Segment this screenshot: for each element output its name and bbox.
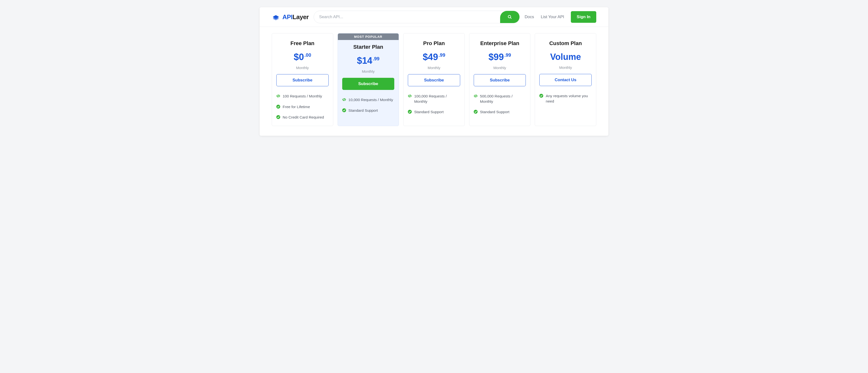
plan-cta-button[interactable]: Subscribe — [342, 78, 395, 90]
feature-item: Any requests volume you need — [539, 93, 592, 104]
plan-period: Monthly — [342, 69, 395, 74]
plan-price: $0.00 — [276, 52, 329, 62]
pricing-card: Custom PlanVolumeMonthlyContact UsAny re… — [535, 33, 596, 126]
feature-item: Free for Lifetime — [276, 104, 329, 110]
brand-secondary: Layer — [292, 13, 309, 21]
plan-price: $49.99 — [408, 52, 460, 62]
feature-list: 100,000 Requests / MonthlyStandard Suppo… — [408, 93, 460, 115]
feature-text: 100,000 Requests / Monthly — [414, 93, 460, 104]
nav-list-api[interactable]: List Your API — [541, 15, 564, 19]
code-icon — [474, 94, 477, 98]
code-icon — [276, 94, 280, 98]
plan-period: Monthly — [408, 66, 460, 70]
search-icon — [507, 15, 512, 19]
plan-price: $14.99 — [342, 56, 395, 66]
nav-links: Docs List Your API Sign In — [525, 11, 596, 23]
pricing-grid: Free Plan$0.00MonthlySubscribe100 Reques… — [259, 27, 609, 136]
feature-list: 100 Requests / MonthlyFree for LifetimeN… — [276, 93, 329, 120]
price-main: $14 — [357, 56, 372, 66]
plan-price-volume: Volume — [539, 52, 592, 62]
feature-list: 500,000 Requests / MonthlyStandard Suppo… — [474, 93, 526, 115]
svg-point-11 — [539, 94, 543, 98]
pricing-card: Free Plan$0.00MonthlySubscribe100 Reques… — [272, 33, 333, 126]
sign-in-button[interactable]: Sign In — [571, 11, 596, 23]
check-circle-icon — [474, 110, 477, 114]
pricing-card: Enterprise Plan$99.99MonthlySubscribe500… — [469, 33, 531, 126]
svg-point-10 — [474, 110, 477, 114]
plan-period: Monthly — [474, 66, 526, 70]
plan-title: Free Plan — [276, 33, 329, 47]
check-circle-icon — [342, 108, 346, 112]
price-cents: .99 — [504, 52, 511, 58]
svg-point-0 — [508, 15, 511, 18]
plan-period: Monthly — [539, 65, 592, 69]
code-icon — [408, 94, 412, 98]
svg-line-2 — [278, 95, 279, 97]
svg-point-8 — [408, 110, 412, 114]
header: APILayer Docs List Your API Sign In — [259, 7, 609, 27]
feature-text: 10,000 Requests / Monthly — [348, 97, 395, 103]
feature-text: Standard Support — [480, 109, 526, 115]
nav-docs[interactable]: Docs — [525, 15, 534, 19]
feature-item: Standard Support — [408, 109, 460, 115]
price-cents: .99 — [439, 52, 445, 58]
svg-point-4 — [276, 115, 280, 119]
plan-title: Pro Plan — [408, 33, 460, 47]
plan-cta-button[interactable]: Subscribe — [276, 74, 329, 86]
feature-item: Standard Support — [342, 108, 395, 113]
svg-point-3 — [276, 105, 280, 109]
feature-list: Any requests volume you need — [539, 93, 592, 104]
plan-cta-button[interactable]: Subscribe — [408, 74, 460, 86]
feature-item: 100 Requests / Monthly — [276, 93, 329, 99]
logo-icon — [272, 13, 280, 21]
price-cents: .99 — [373, 56, 379, 62]
price-main: $49 — [423, 52, 438, 62]
feature-item: 500,000 Requests / Monthly — [474, 93, 526, 104]
feature-text: No Credit Card Required — [283, 115, 329, 120]
pricing-window: APILayer Docs List Your API Sign In Free… — [259, 7, 609, 136]
feature-item: Standard Support — [474, 109, 526, 115]
feature-item: No Credit Card Required — [276, 115, 329, 120]
feature-item: 10,000 Requests / Monthly — [342, 97, 395, 103]
plan-cta-button[interactable]: Contact Us — [539, 74, 592, 86]
feature-text: Free for Lifetime — [283, 104, 329, 110]
check-circle-icon — [276, 115, 280, 119]
search-bar — [314, 11, 520, 23]
plan-title: Enterprise Plan — [474, 33, 526, 47]
pricing-card: Pro Plan$49.99MonthlySubscribe100,000 Re… — [403, 33, 465, 126]
svg-line-9 — [475, 95, 476, 97]
plan-period: Monthly — [276, 66, 329, 70]
feature-text: Standard Support — [348, 108, 395, 113]
svg-line-1 — [510, 18, 512, 19]
feature-list: 10,000 Requests / MonthlyStandard Suppor… — [342, 97, 395, 113]
check-circle-icon — [408, 110, 412, 114]
plan-price: $99.99 — [474, 52, 526, 62]
pricing-card: MOST POPULARStarter Plan$14.99MonthlySub… — [338, 33, 399, 126]
price-main: $0 — [294, 52, 304, 62]
plan-cta-button[interactable]: Subscribe — [474, 74, 526, 86]
price-main: $99 — [489, 52, 504, 62]
price-cents: .00 — [304, 52, 311, 58]
svg-point-6 — [342, 108, 346, 112]
feature-text: Standard Support — [414, 109, 460, 115]
popular-badge: MOST POPULAR — [338, 33, 399, 40]
check-circle-icon — [276, 105, 280, 109]
brand-primary: API — [282, 13, 292, 21]
code-icon — [342, 98, 346, 102]
brand-logo[interactable]: APILayer — [272, 13, 309, 21]
svg-line-5 — [344, 98, 344, 101]
plan-title: Starter Plan — [342, 40, 395, 50]
feature-text: 500,000 Requests / Monthly — [480, 93, 526, 104]
feature-item: 100,000 Requests / Monthly — [408, 93, 460, 104]
svg-line-7 — [409, 95, 410, 97]
check-circle-icon — [539, 94, 543, 98]
search-button[interactable] — [500, 11, 520, 23]
search-input[interactable] — [314, 15, 500, 19]
plan-title: Custom Plan — [539, 33, 592, 47]
feature-text: Any requests volume you need — [546, 93, 592, 104]
feature-text: 100 Requests / Monthly — [283, 93, 329, 99]
